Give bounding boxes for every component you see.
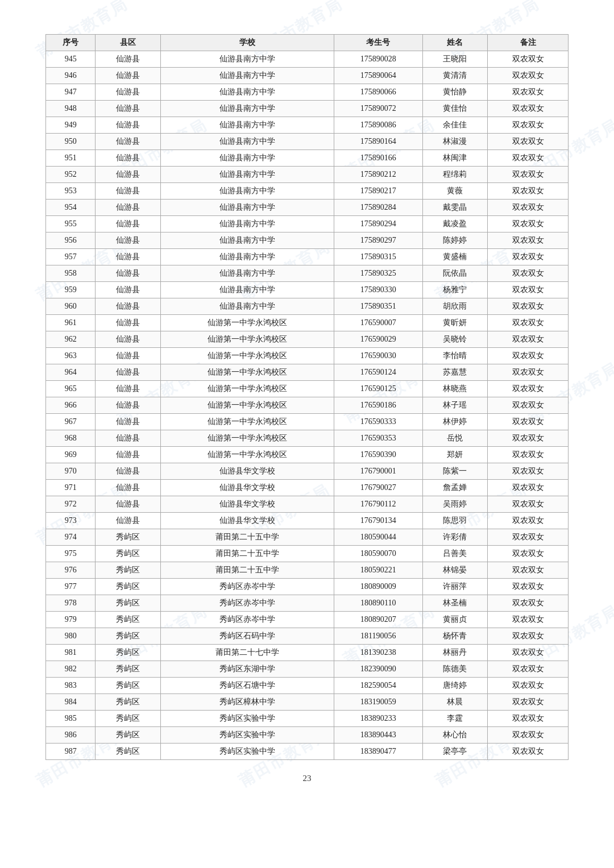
cell-21-1: 仙游县 — [96, 397, 161, 414]
cell-19-1: 仙游县 — [96, 364, 161, 381]
cell-6-1: 仙游县 — [96, 150, 161, 167]
cell-29-0: 974 — [46, 529, 96, 546]
cell-35-4: 杨怀青 — [422, 628, 488, 645]
table-row: 976秀屿区莆田第二十五中学180590221林锦晏双农双女 — [46, 562, 569, 579]
cell-26-1: 仙游县 — [96, 480, 161, 496]
cell-33-2: 秀屿区赤岑中学 — [161, 595, 334, 612]
cell-34-3: 180890207 — [334, 612, 422, 628]
cell-37-1: 秀屿区 — [96, 661, 161, 678]
cell-0-2: 仙游县南方中学 — [161, 51, 334, 68]
cell-13-5: 双农双女 — [488, 265, 569, 282]
table-row: 973仙游县仙游县华文学校176790134陈思羽双农双女 — [46, 513, 569, 529]
cell-40-1: 秀屿区 — [96, 711, 161, 727]
cell-24-1: 仙游县 — [96, 447, 161, 463]
cell-41-1: 秀屿区 — [96, 727, 161, 744]
cell-28-2: 仙游县华文学校 — [161, 513, 334, 529]
cell-37-0: 982 — [46, 661, 96, 678]
cell-28-3: 176790134 — [334, 513, 422, 529]
cell-17-4: 吴晓铃 — [422, 331, 488, 348]
cell-30-1: 秀屿区 — [96, 546, 161, 562]
cell-11-3: 175890297 — [334, 232, 422, 249]
cell-3-2: 仙游县南方中学 — [161, 101, 334, 117]
cell-20-4: 林晓燕 — [422, 381, 488, 397]
cell-12-1: 仙游县 — [96, 249, 161, 265]
cell-4-5: 双农双女 — [488, 117, 569, 134]
cell-3-5: 双农双女 — [488, 101, 569, 117]
cell-19-4: 苏嘉慧 — [422, 364, 488, 381]
cell-5-4: 林淑漫 — [422, 134, 488, 150]
cell-27-4: 吴雨婷 — [422, 496, 488, 513]
cell-8-2: 仙游县南方中学 — [161, 183, 334, 200]
header-school: 学校 — [161, 35, 334, 51]
page-number: 23 — [45, 774, 569, 783]
table-row: 963仙游县仙游第一中学永鸿校区176590030李怡晴双农双女 — [46, 348, 569, 364]
cell-39-5: 双农双女 — [488, 694, 569, 711]
table-row: 947仙游县仙游县南方中学175890066黄怡静双农双女 — [46, 84, 569, 101]
cell-26-2: 仙游县华文学校 — [161, 480, 334, 496]
cell-40-2: 秀屿区实验中学 — [161, 711, 334, 727]
cell-32-0: 977 — [46, 579, 96, 595]
table-row: 969仙游县仙游第一中学永鸿校区176590390郑妍双农双女 — [46, 447, 569, 463]
cell-23-2: 仙游第一中学永鸿校区 — [161, 430, 334, 447]
cell-5-1: 仙游县 — [96, 134, 161, 150]
cell-9-0: 954 — [46, 200, 96, 216]
cell-32-2: 秀屿区赤岑中学 — [161, 579, 334, 595]
cell-4-2: 仙游县南方中学 — [161, 117, 334, 134]
cell-10-3: 175890294 — [334, 216, 422, 232]
table-row: 982秀屿区秀屿区东湖中学182390090陈德美双农双女 — [46, 661, 569, 678]
cell-29-4: 许彩倩 — [422, 529, 488, 546]
cell-35-0: 980 — [46, 628, 96, 645]
cell-39-2: 秀屿区樟林中学 — [161, 694, 334, 711]
cell-41-5: 双农双女 — [488, 727, 569, 744]
cell-0-5: 双农双女 — [488, 51, 569, 68]
cell-31-1: 秀屿区 — [96, 562, 161, 579]
cell-14-2: 仙游县南方中学 — [161, 282, 334, 298]
table-row: 953仙游县仙游县南方中学175890217黄薇双农双女 — [46, 183, 569, 200]
cell-36-1: 秀屿区 — [96, 645, 161, 661]
cell-14-5: 双农双女 — [488, 282, 569, 298]
cell-25-3: 176790001 — [334, 463, 422, 480]
cell-1-2: 仙游县南方中学 — [161, 68, 334, 84]
cell-24-5: 双农双女 — [488, 447, 569, 463]
header-index: 序号 — [46, 35, 96, 51]
cell-4-4: 余佳佳 — [422, 117, 488, 134]
cell-33-5: 双农双女 — [488, 595, 569, 612]
cell-40-0: 985 — [46, 711, 96, 727]
table-row: 987秀屿区秀屿区实验中学183890477梁亭亭双农双女 — [46, 744, 569, 760]
cell-8-1: 仙游县 — [96, 183, 161, 200]
cell-30-4: 吕善美 — [422, 546, 488, 562]
cell-28-5: 双农双女 — [488, 513, 569, 529]
cell-6-4: 林闽津 — [422, 150, 488, 167]
cell-26-4: 詹孟婵 — [422, 480, 488, 496]
cell-20-1: 仙游县 — [96, 381, 161, 397]
cell-1-5: 双农双女 — [488, 68, 569, 84]
cell-36-0: 981 — [46, 645, 96, 661]
header-note: 备注 — [488, 35, 569, 51]
table-row: 965仙游县仙游第一中学永鸿校区176590125林晓燕双农双女 — [46, 381, 569, 397]
cell-5-2: 仙游县南方中学 — [161, 134, 334, 150]
cell-30-3: 180590070 — [334, 546, 422, 562]
cell-2-1: 仙游县 — [96, 84, 161, 101]
cell-39-3: 183190059 — [334, 694, 422, 711]
cell-12-3: 175890315 — [334, 249, 422, 265]
cell-17-1: 仙游县 — [96, 331, 161, 348]
cell-13-3: 175890325 — [334, 265, 422, 282]
cell-18-1: 仙游县 — [96, 348, 161, 364]
cell-6-5: 双农双女 — [488, 150, 569, 167]
cell-6-0: 951 — [46, 150, 96, 167]
cell-17-3: 176590029 — [334, 331, 422, 348]
cell-38-1: 秀屿区 — [96, 678, 161, 694]
table-row: 970仙游县仙游县华文学校176790001陈紫一双农双女 — [46, 463, 569, 480]
cell-21-0: 966 — [46, 397, 96, 414]
cell-5-3: 175890164 — [334, 134, 422, 150]
cell-41-4: 林心怡 — [422, 727, 488, 744]
cell-22-4: 林伊婷 — [422, 414, 488, 430]
cell-23-1: 仙游县 — [96, 430, 161, 447]
cell-15-1: 仙游县 — [96, 298, 161, 315]
cell-7-0: 952 — [46, 167, 96, 183]
cell-16-2: 仙游第一中学永鸿校区 — [161, 315, 334, 331]
cell-11-0: 956 — [46, 232, 96, 249]
cell-27-1: 仙游县 — [96, 496, 161, 513]
cell-18-0: 963 — [46, 348, 96, 364]
cell-34-0: 979 — [46, 612, 96, 628]
